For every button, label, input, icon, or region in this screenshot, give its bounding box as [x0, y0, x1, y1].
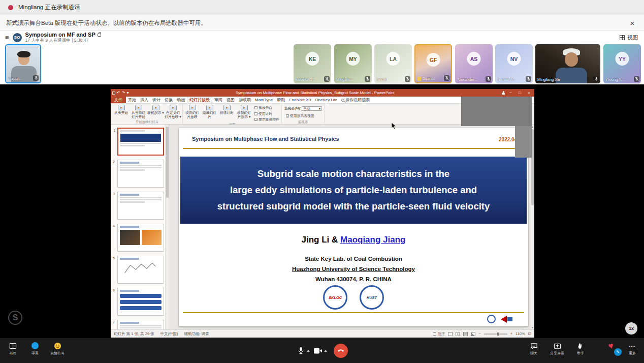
ppt-tab-切换[interactable]: 切换 [163, 97, 175, 103]
participant-tile-Yixiong Y...[interactable]: YYYixiong Y... [603, 44, 641, 83]
participant-tile-Alexander...[interactable]: ASAlexander... [455, 44, 493, 83]
slide-thumbnail-5[interactable]: 5 [117, 256, 164, 284]
thumbnail-number: 4 [113, 224, 115, 228]
monitor-select[interactable]: 自动▾ [302, 106, 322, 111]
user-account-icon[interactable] [501, 91, 505, 95]
slide-header-text: Symposium on Multiphase Flow and Statist… [192, 136, 339, 142]
undo-icon[interactable]: ↶ [117, 90, 120, 95]
ribbon-button-隐藏幻灯片[interactable]: 隐藏幻灯片 [201, 104, 218, 122]
participant-tile-maoqi...[interactable]: maoqi... [5, 44, 41, 83]
ppt-tab-EndNote X9[interactable]: EndNote X9 [287, 97, 313, 103]
normal-view-icon[interactable] [448, 332, 453, 336]
ribbon-button-从头开始[interactable]: 从头开始 [113, 104, 130, 119]
camera-button[interactable] [313, 346, 327, 355]
ppt-tab-视图[interactable]: 视图 [224, 97, 237, 103]
thumbnail-scrollbar[interactable] [165, 125, 169, 329]
minimize-button[interactable]: − [507, 90, 514, 95]
accessibility-status[interactable]: 辅助功能: 调查 [184, 331, 209, 337]
maximize-button[interactable]: □ [516, 90, 524, 95]
slideshow-monitor-icon [118, 105, 125, 110]
slide-thumbnail-2[interactable]: 2 [117, 160, 164, 188]
zoom-slider[interactable] [484, 334, 507, 335]
save-icon[interactable] [112, 92, 115, 95]
ribbon-button-设置幻灯片放映[interactable]: 设置幻灯片放映 [184, 104, 201, 122]
participant-name: Alexander... [457, 77, 477, 82]
slide-thumbnail-6[interactable]: 6 [117, 288, 164, 316]
camera-options-chevron[interactable] [324, 350, 327, 352]
reading-view-icon[interactable] [463, 332, 468, 336]
participant-tile-Mingliang Xie[interactable]: Mingliang Xie [535, 44, 600, 83]
ppt-tab-动画[interactable]: 动画 [175, 97, 187, 103]
ppt-tab-操作说明搜索[interactable]: 操作说明搜索 [339, 97, 372, 103]
close-button[interactable]: × [525, 90, 533, 95]
fit-slide-button[interactable]: ⊡ [528, 331, 531, 336]
ribbon-button-录制幻灯片演示[interactable]: 录制幻灯片演示 ▾ [236, 104, 252, 122]
ppt-tab-插入[interactable]: 插入 [138, 97, 150, 103]
zoom-in-button[interactable]: + [510, 331, 512, 336]
chat-icon [530, 341, 538, 350]
ppt-tab-文件[interactable]: 文件 [111, 97, 126, 103]
ppt-tab-MathType[interactable]: MathType [253, 97, 275, 103]
raised-hand-icon [417, 77, 421, 81]
slideshow-view-icon[interactable] [471, 332, 475, 336]
chat-button[interactable]: 聊天 [526, 341, 541, 356]
ribbon-button-从当前幻灯片开始[interactable]: 从当前幻灯片开始 [130, 104, 147, 119]
participant-tile-Mingzho...[interactable]: MYMingzho... [334, 44, 372, 83]
ribbon-group-监视器: 监视器(M):自动▾✓使用演示者视图监视器 [282, 104, 325, 124]
thumbnail-number: 6 [113, 288, 115, 292]
view-button[interactable]: 视图 [620, 34, 639, 41]
slide-thumbnail-1[interactable]: 1 [117, 128, 164, 156]
ribbon-button-自定义幻灯片放映[interactable]: 自定义幻灯片放映 ▾ [165, 104, 181, 119]
zoom-percentage[interactable]: 110% [516, 331, 525, 336]
ribbon-button-联机演示[interactable]: 联机演示 ▾ [147, 104, 164, 119]
slide-thumbnail-3[interactable]: 3 [117, 192, 164, 220]
ribbon-checkbox-使用演示者视图[interactable]: ✓使用演示者视图 [286, 113, 321, 118]
ribbon-checkbox-使用计时[interactable]: ✓使用计时 [254, 111, 279, 116]
redo-icon[interactable]: ↷ [122, 90, 125, 95]
mic-icon [297, 346, 305, 355]
powerpoint-window[interactable]: ↶ ↷ ▾ Symposium on Multiphase Flow and S… [111, 89, 534, 338]
ppt-tab-帮助[interactable]: 帮助 [275, 97, 287, 103]
end-call-button[interactable] [334, 344, 348, 358]
participant-tile-landiki[interactable]: LAlandiki [374, 44, 412, 83]
close-icon[interactable]: × [627, 19, 638, 27]
scroll-down-icon[interactable]: ▾ [531, 326, 534, 329]
mic-options-chevron[interactable] [307, 350, 310, 352]
slide-sorter-view-icon[interactable] [456, 332, 460, 336]
raise-hand-icon [577, 341, 584, 350]
ppt-tab-设计[interactable]: 设计 [150, 97, 163, 103]
ppt-tab-幻灯片放映[interactable]: 幻灯片放映 [187, 97, 212, 103]
ribbon-checkbox-显示媒体控件[interactable]: ✓显示媒体控件 [254, 117, 279, 122]
ppt-tab-审阅[interactable]: 审阅 [212, 97, 224, 103]
zoom-slider-knob[interactable] [497, 332, 499, 336]
ribbon-button-排练计时[interactable]: 排练计时 [218, 104, 235, 122]
slide-thumbnail-7[interactable]: 7 [117, 320, 164, 329]
zoom-out-button[interactable]: − [478, 331, 480, 336]
mic-button[interactable] [297, 346, 310, 355]
slide-thumbnail-4[interactable]: 4 [117, 224, 164, 252]
qat-dropdown-icon[interactable]: ▾ [126, 90, 128, 95]
language-indicator[interactable]: 中文(中国) [160, 331, 178, 337]
raise-hand-button[interactable]: 举手 [573, 341, 588, 356]
layout-button[interactable]: 布局 [5, 341, 20, 356]
slide-canvas[interactable]: Symposium on Multiphase Flow and Statist… [179, 128, 528, 326]
reactions-button[interactable]: 表情符号 [50, 341, 65, 356]
participant-tile-Guan...[interactable]: GFGuan... [414, 44, 452, 83]
comments-button[interactable]: 批注 [433, 331, 445, 337]
ppt-tab-开始[interactable]: 开始 [126, 97, 138, 103]
menu-icon[interactable]: ≡ [5, 34, 9, 41]
overlay-panel-side [515, 126, 532, 158]
ppt-tab-OneKey Lite[interactable]: OneKey Lite [313, 97, 339, 103]
participant-name: Guan... [417, 76, 435, 81]
mic-muted-icon [405, 76, 410, 82]
zoom-level-badge[interactable]: 1x [625, 322, 637, 335]
participant-tile-kaiper1957[interactable]: KEkaiper1957 [294, 44, 331, 83]
ribbon-checkbox-播放旁白[interactable]: ✓播放旁白 [254, 105, 279, 110]
more-button[interactable]: •••更多 [625, 341, 640, 356]
ppt-tab-加载项[interactable]: 加载项 [237, 97, 253, 103]
captions-button[interactable]: 字幕 [27, 341, 43, 356]
participant-tile-Nikolay V...[interactable]: NVNikolay V... [495, 44, 533, 83]
share-button[interactable]: 分享屏幕 [550, 341, 565, 356]
ppt-titlebar[interactable]: ↶ ↷ ▾ Symposium on Multiphase Flow and S… [111, 89, 534, 97]
avatar-initials: MY [346, 52, 360, 66]
